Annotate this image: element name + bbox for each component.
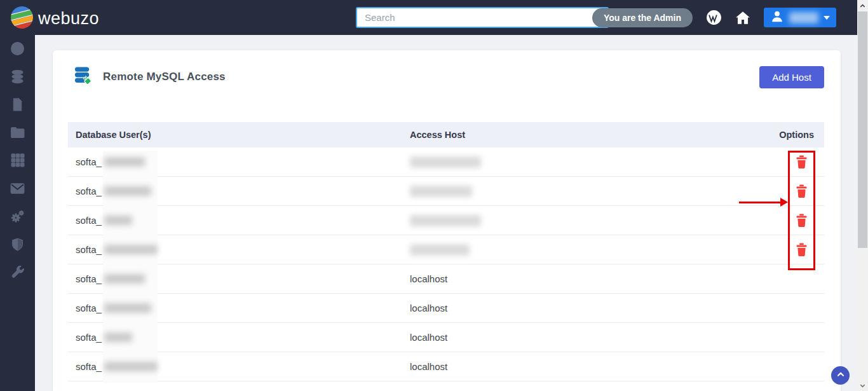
sidebar-item-tools[interactable] [0,259,35,287]
scrollbar-down-arrow[interactable] [857,380,868,390]
redacted-username [104,362,158,371]
header-options: Options [735,130,824,140]
redacted-host [410,244,470,256]
search-input[interactable] [356,7,609,28]
redacted-username [104,274,145,284]
redacted-host [410,215,481,226]
header-access-host: Access Host [410,130,735,140]
chevron-down-icon [824,16,830,20]
table-row: softa_ localhost [68,294,824,323]
header-database-users: Database User(s) [68,130,410,140]
redacted-username [104,303,151,313]
redacted-username-badge [789,12,818,24]
redacted-username [104,333,132,342]
grid-icon [10,153,25,170]
chevron-up-icon [836,370,845,381]
access-host-value: localhost [410,303,447,313]
db-user-prefix: softa_ [76,361,102,372]
annotation-box [788,151,815,270]
top-navbar: webuzo You are the Admin [0,0,857,35]
sidebar-item-security[interactable] [0,231,35,259]
redacted-username [104,186,151,196]
gears-icon [10,209,25,227]
sidebar-item-domains[interactable] [0,36,35,64]
shield-icon [10,237,25,254]
annotation-arrow-head [780,198,788,207]
admin-badge: You are the Admin [592,8,693,27]
mysql-database-icon [73,65,93,88]
db-user-prefix: softa_ [76,156,102,167]
redacted-host [410,156,481,168]
table-row: softa_ [68,206,824,235]
sidebar-item-apps[interactable] [0,147,35,175]
table-row: softa_ localhost [68,264,824,294]
sidebar-item-email[interactable] [0,175,35,203]
sidebar-item-files[interactable] [0,92,35,120]
table-row: softa_ [68,177,824,206]
add-host-button[interactable]: Add Host [759,66,824,88]
db-user-prefix: softa_ [76,215,102,226]
table-row: softa_ localhost [68,352,824,381]
remote-mysql-card: Remote MySQL Access Add Host Database Us… [53,50,841,391]
scrollbar-thumb[interactable] [858,11,867,248]
table-header-row: Database User(s) Access Host Options [68,122,824,147]
wrench-icon [10,264,25,282]
remote-access-table: Database User(s) Access Host Options sof… [68,122,824,381]
table-body: softa_ softa_ [68,147,824,381]
redacted-username [104,216,132,225]
sidebar-nav [0,35,35,391]
db-user-prefix: softa_ [76,273,102,284]
database-icon [10,69,25,87]
scrollbar-up-arrow[interactable] [857,1,868,11]
table-row: softa_ localhost [68,323,824,352]
db-user-prefix: softa_ [76,332,102,343]
annotation-arrow [739,202,782,203]
access-host-value: localhost [410,361,447,372]
db-user-prefix: softa_ [76,186,102,196]
db-user-prefix: softa_ [76,303,102,313]
wordpress-icon[interactable] [705,10,722,26]
webuzo-logo-icon [10,6,34,32]
webuzo-logo[interactable]: webuzo [10,6,99,32]
redacted-host [410,186,472,197]
access-host-value: localhost [410,332,447,343]
globe-icon [10,41,25,59]
home-icon[interactable] [735,10,751,26]
sidebar-item-folders[interactable] [0,120,35,147]
sidebar-item-settings[interactable] [0,203,35,231]
sidebar-item-databases[interactable] [0,64,35,92]
user-icon [770,10,784,25]
user-menu-button[interactable] [764,8,836,27]
redacted-username [104,245,158,254]
logo-text: webuzo [38,9,99,29]
redaction-overlay [103,151,158,383]
scroll-to-top-button[interactable] [831,366,850,385]
folder-icon [10,125,25,143]
db-user-prefix: softa_ [76,244,102,255]
table-row: softa_ [68,235,824,264]
access-host-value: localhost [410,273,447,284]
mail-icon [10,181,25,199]
browser-scrollbar[interactable] [857,0,868,391]
table-row: softa_ [68,147,824,177]
file-icon [10,97,25,114]
redacted-username [104,157,145,167]
page-title: Remote MySQL Access [103,71,226,83]
